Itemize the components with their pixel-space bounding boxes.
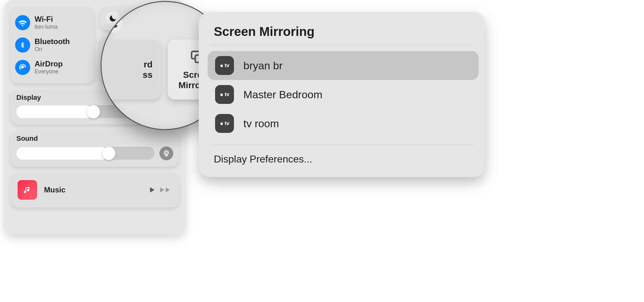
connectivity-tile: Wi-Fi lion-luma Bluetooth On AirDrop	[11, 6, 94, 83]
mirroring-device-1[interactable]: tvMaster Bedroom	[208, 80, 479, 109]
music-app-icon	[18, 180, 37, 200]
wifi-item[interactable]: Wi-Fi lion-luma	[15, 11, 90, 34]
display-slider-thumb[interactable]	[87, 105, 100, 118]
airdrop-texts: AirDrop Everyone	[35, 60, 63, 75]
fast-forward-icon[interactable]	[159, 185, 172, 194]
sound-slider[interactable]	[16, 147, 154, 160]
svg-point-0	[22, 66, 24, 68]
mirroring-device-2[interactable]: tvtv room	[208, 109, 479, 138]
now-playing-tile[interactable]: Music	[11, 172, 179, 208]
apple-tv-icon: tv	[215, 85, 234, 104]
mirroring-device-name: bryan br	[243, 60, 283, 72]
screen-mirroring-popover: Screen Mirroring tvbryan brtvMaster Bedr…	[199, 12, 485, 177]
airdrop-icon	[15, 60, 30, 75]
popover-title: Screen Mirroring	[199, 25, 485, 45]
now-playing-title: Music	[44, 185, 65, 194]
display-preferences-link[interactable]: Display Preferences...	[199, 145, 485, 167]
divider	[210, 45, 474, 45]
wifi-title: Wi-Fi	[35, 15, 58, 24]
sound-row	[16, 146, 173, 160]
sound-header: Sound	[16, 134, 173, 143]
mirroring-device-name: Master Bedroom	[243, 88, 322, 101]
audio-airplay-button[interactable]	[159, 146, 173, 160]
mirroring-device-name: tv room	[243, 117, 279, 130]
wifi-status: lion-luma	[35, 24, 58, 30]
bluetooth-status: On	[35, 46, 70, 53]
airdrop-title: AirDrop	[35, 60, 63, 68]
bluetooth-item[interactable]: Bluetooth On	[15, 34, 90, 56]
airplay-audio-icon	[163, 150, 170, 157]
airdrop-status: Everyone	[35, 68, 63, 75]
magnified-keyboard-brightness-label: rd ss	[143, 59, 153, 80]
wifi-icon	[15, 15, 30, 30]
bluetooth-title: Bluetooth	[35, 37, 70, 46]
now-playing-controls	[147, 185, 172, 194]
airdrop-item[interactable]: AirDrop Everyone	[15, 56, 90, 78]
sound-slider-thumb[interactable]	[102, 147, 115, 160]
sound-section: Sound	[11, 130, 179, 167]
svg-point-6	[165, 152, 168, 154]
bluetooth-texts: Bluetooth On	[35, 37, 70, 52]
apple-tv-icon: tv	[215, 56, 234, 75]
magnified-keyboard-brightness-tile[interactable]: rd ss	[101, 40, 161, 100]
bluetooth-icon	[15, 37, 30, 53]
apple-tv-icon: tv	[215, 114, 234, 133]
play-icon[interactable]	[147, 185, 156, 194]
mirroring-device-0[interactable]: tvbryan br	[208, 51, 479, 80]
svg-point-5	[164, 151, 169, 155]
mirroring-device-list: tvbryan brtvMaster Bedroomtvtv room	[199, 48, 485, 139]
wifi-texts: Wi-Fi lion-luma	[35, 15, 58, 30]
